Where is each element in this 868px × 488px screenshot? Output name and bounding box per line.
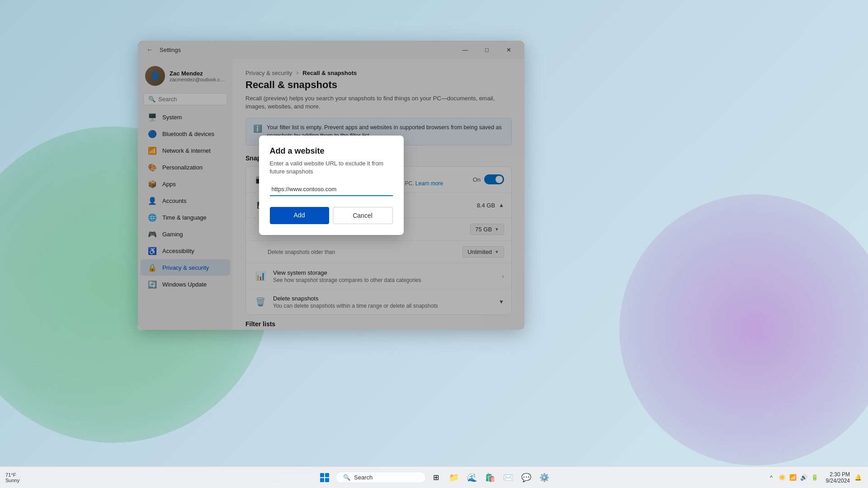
settings-icon: ⚙️ bbox=[539, 473, 549, 483]
clock-widget[interactable]: 2:30 PM 9/24/2024 bbox=[823, 471, 850, 484]
win-logo-sq-3 bbox=[320, 478, 324, 482]
dialog-overlay: Add a website Enter a valid website URL … bbox=[138, 41, 524, 330]
taskbar-mail[interactable]: ✉️ bbox=[500, 469, 516, 486]
system-tray: ^ ☀️ 📶 🔊 🔋 bbox=[767, 473, 819, 482]
store-icon: 🛍️ bbox=[485, 473, 495, 483]
brightness-icon[interactable]: ☀️ bbox=[778, 473, 787, 482]
weather-desc: Sunny bbox=[5, 478, 19, 483]
tray-chevron[interactable]: ^ bbox=[767, 473, 776, 482]
teams-icon: 💬 bbox=[521, 473, 531, 483]
weather-widget[interactable]: 71°F Sunny bbox=[5, 472, 19, 483]
dialog-buttons: Add Cancel bbox=[270, 207, 393, 224]
start-button[interactable] bbox=[316, 469, 334, 487]
wifi-icon[interactable]: 📶 bbox=[788, 473, 797, 482]
taskbar-store[interactable]: 🛍️ bbox=[482, 469, 498, 486]
file-explorer-icon: 📁 bbox=[449, 473, 459, 483]
current-date: 9/24/2024 bbox=[826, 478, 850, 484]
taskbar-file-explorer[interactable]: 📁 bbox=[446, 469, 462, 486]
weather-temp: 71°F bbox=[5, 472, 19, 478]
taskbar-left: 71°F Sunny bbox=[5, 472, 21, 483]
sound-icon[interactable]: 🔊 bbox=[799, 473, 808, 482]
mail-icon: ✉️ bbox=[503, 473, 513, 483]
win-logo-sq-2 bbox=[325, 473, 329, 477]
edge-icon: 🌊 bbox=[467, 473, 477, 483]
taskbar-settings[interactable]: ⚙️ bbox=[536, 469, 552, 486]
taskbar-search-icon: 🔍 bbox=[343, 474, 350, 481]
taskbar-teams[interactable]: 💬 bbox=[518, 469, 534, 486]
website-url-input[interactable] bbox=[270, 183, 393, 196]
taskbar-edge[interactable]: 🌊 bbox=[464, 469, 480, 486]
dialog-title: Add a website bbox=[270, 146, 393, 156]
add-button[interactable]: Add bbox=[270, 207, 329, 224]
cancel-button[interactable]: Cancel bbox=[333, 207, 393, 224]
add-website-dialog: Add a website Enter a valid website URL … bbox=[259, 136, 404, 235]
task-view-button[interactable]: ⊞ bbox=[428, 469, 444, 486]
current-time: 2:30 PM bbox=[830, 471, 850, 478]
settings-window: ← Settings — □ ✕ 👤 Zac Mendez zacmendez@… bbox=[138, 41, 524, 330]
taskbar-search-label: Search bbox=[354, 474, 373, 481]
taskbar-center: 🔍 Search ⊞ 📁 🌊 🛍️ ✉️ 💬 ⚙️ bbox=[316, 469, 552, 487]
task-view-icon: ⊞ bbox=[433, 473, 439, 482]
taskbar-right: ^ ☀️ 📶 🔊 🔋 2:30 PM 9/24/2024 🔔 bbox=[767, 471, 863, 484]
taskbar-search-box[interactable]: 🔍 Search bbox=[335, 472, 426, 483]
windows-logo bbox=[320, 473, 329, 482]
win-logo-sq-4 bbox=[325, 478, 329, 482]
notification-icon[interactable]: 🔔 bbox=[854, 473, 863, 482]
dialog-description: Enter a valid website URL to exclude it … bbox=[270, 160, 393, 176]
taskbar: 71°F Sunny 🔍 Search ⊞ 📁 🌊 🛍️ bbox=[0, 466, 868, 488]
win-logo-sq-1 bbox=[320, 473, 324, 477]
battery-icon[interactable]: 🔋 bbox=[810, 473, 819, 482]
